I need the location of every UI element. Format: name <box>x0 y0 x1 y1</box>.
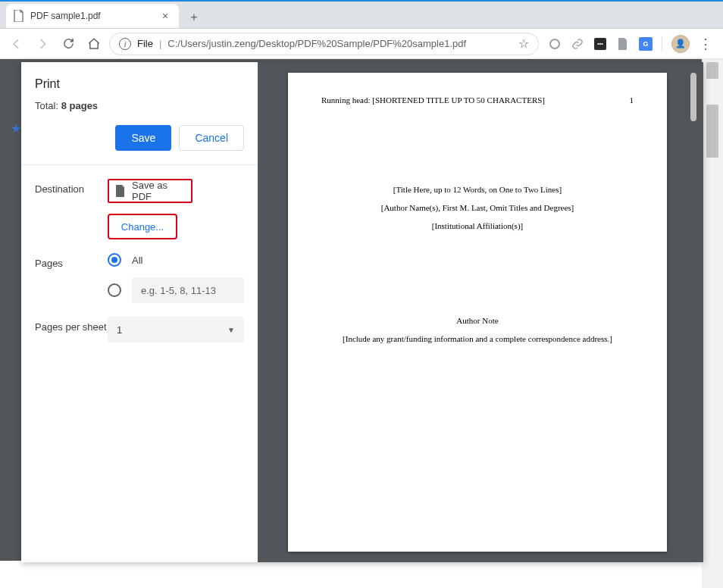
author-note-heading: Author Note <box>321 311 634 330</box>
radio-checked-icon <box>108 253 121 267</box>
print-dialog: Print Total: 8 pages Save Cancel Destina… <box>21 62 703 562</box>
pages-per-sheet-value: 1 <box>117 324 122 336</box>
address-separator: | <box>159 38 161 49</box>
extension-icons: ••• G 👤 ⋮ <box>543 35 717 53</box>
cancel-button[interactable]: Cancel <box>179 125 244 151</box>
preview-scrollbar[interactable] <box>688 73 699 552</box>
ext-link-icon[interactable] <box>571 37 584 51</box>
ext-dark-square-icon[interactable]: ••• <box>593 37 607 51</box>
back-button[interactable] <box>6 33 27 55</box>
print-title: Print <box>35 77 244 91</box>
file-icon <box>14 10 24 22</box>
tab-close-button[interactable]: × <box>159 10 171 22</box>
pdf-file-icon <box>115 185 126 197</box>
bookmarks-bar-star-icon[interactable]: ★ <box>11 121 21 136</box>
preview-page-number: 1 <box>630 95 634 105</box>
ext-pdf-icon[interactable] <box>616 37 630 51</box>
svg-point-0 <box>550 39 559 48</box>
pages-all-label: All <box>132 255 142 266</box>
destination-row: Destination Save as PDF Change... <box>35 165 244 239</box>
change-destination-button[interactable]: Change... <box>108 214 177 239</box>
pages-per-sheet-select[interactable]: 1 ▼ <box>108 317 244 342</box>
ext-translate-icon[interactable]: G <box>639 37 653 51</box>
doc-author-line: [Author Name(s), First M. Last, Omit Tit… <box>321 199 634 217</box>
home-button[interactable] <box>83 33 105 55</box>
print-total-value: 8 pages <box>61 100 98 111</box>
scrollbar-thumb[interactable] <box>706 62 718 79</box>
new-tab-button[interactable]: + <box>183 7 205 28</box>
pages-per-sheet-label: Pages per sheet <box>35 317 108 334</box>
author-note-block: Author Note [Include any grant/funding i… <box>321 311 634 348</box>
running-head-text: Running head: [SHORTENED TITLE UP TO 50 … <box>321 95 545 105</box>
scrollbar-thumb[interactable] <box>706 105 718 158</box>
save-button[interactable]: Save <box>115 125 171 151</box>
destination-value[interactable]: Save as PDF <box>108 179 192 203</box>
grant-info-line: [Include any grant/funding information a… <box>321 330 634 348</box>
print-preview-pane: Running head: [SHORTENED TITLE UP TO 50 … <box>258 62 703 562</box>
address-bar[interactable]: i File | C:/Users/justin.zeng/Desktop/PD… <box>109 33 539 55</box>
radio-unchecked-icon <box>108 283 121 297</box>
pages-range-option[interactable]: e.g. 1-5, 8, 11-13 <box>108 277 244 303</box>
title-block: [Title Here, up to 12 Words, on One to T… <box>321 180 634 236</box>
profile-avatar[interactable]: 👤 <box>671 35 690 53</box>
pages-all-option[interactable]: All <box>108 253 244 267</box>
pages-range-input[interactable]: e.g. 1-5, 8, 11-13 <box>132 277 244 303</box>
preview-page: Running head: [SHORTENED TITLE UP TO 50 … <box>288 73 667 552</box>
pages-per-sheet-row: Pages per sheet 1 ▼ <box>35 303 244 342</box>
browser-toolbar: i File | C:/Users/justin.zeng/Desktop/PD… <box>0 29 723 59</box>
browser-tab[interactable]: PDF sample1.pdf × <box>6 4 179 28</box>
chevron-down-icon: ▼ <box>227 326 235 334</box>
chrome-menu-button[interactable]: ⋮ <box>699 36 712 52</box>
scrollbar-thumb[interactable] <box>690 73 696 121</box>
pages-label: Pages <box>35 253 108 269</box>
tab-strip: PDF sample1.pdf × + <box>0 2 723 29</box>
print-total: Total: 8 pages <box>35 100 244 111</box>
destination-label: Destination <box>35 179 108 195</box>
print-total-prefix: Total: <box>35 100 61 111</box>
forward-button[interactable] <box>32 33 53 55</box>
address-scheme: File <box>137 38 153 49</box>
destination-value-text: Save as PDF <box>132 180 185 202</box>
reload-button[interactable] <box>58 33 79 55</box>
doc-affiliation-line: [Institutional Affiliation(s)] <box>321 217 634 235</box>
address-path: C:/Users/justin.zeng/Desktop/PDF%20Sampl… <box>167 38 466 49</box>
running-head-row: Running head: [SHORTENED TITLE UP TO 50 … <box>321 95 634 105</box>
toolbar-divider <box>662 36 662 52</box>
site-info-icon[interactable]: i <box>119 38 131 50</box>
pages-row: Pages All e.g. 1-5, 8, 11-13 <box>35 239 244 303</box>
content-area: ★ Print Total: 8 pages Save Cancel Desti… <box>0 59 723 588</box>
doc-title-line: [Title Here, up to 12 Words, on One to T… <box>321 180 634 199</box>
tab-title: PDF sample1.pdf <box>30 11 153 21</box>
ext-circle-icon[interactable] <box>548 37 562 51</box>
page-scrollbar[interactable] <box>702 59 723 588</box>
print-settings-panel: Print Total: 8 pages Save Cancel Destina… <box>21 62 258 562</box>
bookmark-star-icon[interactable]: ☆ <box>518 36 529 51</box>
print-action-row: Save Cancel <box>21 125 258 165</box>
